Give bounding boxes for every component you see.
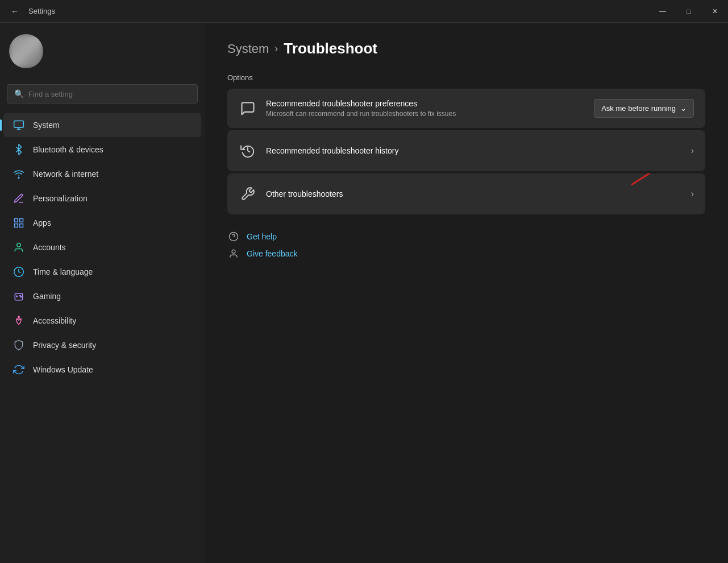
get-help-item[interactable]: Get help (227, 230, 705, 243)
give-feedback-icon (227, 247, 240, 260)
sidebar-item-label-apps: Apps (33, 218, 51, 227)
sidebar-item-label-gaming: Gaming (33, 292, 61, 301)
titlebar: ← Settings — □ ✕ (0, 0, 728, 23)
cards-area: Recommended troubleshooter preferences M… (227, 89, 705, 214)
svg-rect-4 (15, 219, 18, 222)
svg-rect-7 (15, 224, 18, 227)
options-label: Options (227, 73, 705, 82)
search-container: 🔍 (0, 80, 205, 113)
svg-rect-5 (20, 219, 23, 222)
other-icon (239, 185, 257, 203)
network-icon (13, 168, 25, 180)
other-chevron-icon: › (691, 189, 694, 199)
help-section: Get help Give feedback (227, 230, 705, 260)
update-icon (13, 363, 25, 376)
sidebar-item-apps[interactable]: Apps (3, 211, 201, 235)
get-help-icon (227, 230, 240, 243)
search-input[interactable] (28, 90, 190, 98)
svg-point-14 (18, 316, 20, 318)
avatar (9, 34, 43, 68)
gaming-icon (13, 290, 25, 303)
sidebar-item-label-accounts: Accounts (33, 243, 66, 252)
accessibility-icon (13, 314, 25, 327)
main-content: System › Troubleshoot Options Recommend (205, 23, 728, 563)
svg-point-13 (20, 296, 22, 297)
breadcrumb: System › Troubleshoot (227, 40, 705, 57)
sidebar-item-label-time: Time & language (33, 267, 93, 276)
sidebar-item-label-privacy: Privacy & security (33, 341, 96, 350)
breadcrumb-parent: System (227, 42, 269, 56)
time-icon (13, 266, 25, 278)
other-card[interactable]: Other troubleshooters › (227, 173, 705, 214)
personalization-icon (13, 192, 25, 205)
system-icon (13, 119, 25, 131)
history-label: Recommended troubleshooter history (266, 146, 682, 155)
history-icon (239, 142, 257, 160)
sidebar-item-gaming[interactable]: Gaming (3, 284, 201, 308)
give-feedback-link[interactable]: Give feedback (247, 249, 298, 258)
sidebar-item-label-network: Network & internet (33, 169, 98, 179)
sidebar-item-privacy[interactable]: Privacy & security (3, 333, 201, 357)
nav-list: SystemBluetooth & devicesNetwork & inter… (0, 113, 205, 382)
pref-card-inner: Recommended troubleshooter preferences M… (227, 89, 705, 128)
maximize-button[interactable]: □ (676, 0, 702, 23)
sidebar-item-label-system: System (33, 121, 60, 130)
sidebar-item-accessibility[interactable]: Accessibility (3, 309, 201, 333)
pref-subtitle: Microsoft can recommend and run troubles… (266, 110, 585, 118)
sidebar-item-update[interactable]: Windows Update (3, 358, 201, 382)
svg-rect-6 (20, 224, 23, 227)
accounts-icon (13, 241, 25, 254)
svg-rect-0 (14, 121, 24, 128)
search-box[interactable]: 🔍 (7, 84, 198, 104)
pref-icon (239, 100, 257, 118)
pref-text: Recommended troubleshooter preferences M… (266, 99, 585, 118)
dropdown-label: Ask me before running (601, 104, 676, 113)
minimize-button[interactable]: — (650, 0, 676, 23)
sidebar-item-label-personalization: Personalization (33, 194, 88, 203)
dropdown-chevron-icon: ⌄ (680, 104, 687, 113)
other-row[interactable]: Other troubleshooters › (227, 173, 705, 214)
svg-point-3 (18, 177, 19, 179)
app-title: Settings (28, 7, 55, 15)
breadcrumb-current: Troubleshoot (284, 40, 377, 57)
breadcrumb-separator: › (274, 43, 278, 55)
sidebar-item-label-accessibility: Accessibility (33, 316, 76, 325)
pref-dropdown[interactable]: Ask me before running ⌄ (594, 99, 694, 118)
get-help-link[interactable]: Get help (247, 232, 277, 241)
history-chevron-icon: › (691, 146, 694, 156)
pref-card: Recommended troubleshooter preferences M… (227, 89, 705, 128)
history-row[interactable]: Recommended troubleshooter history › (227, 130, 705, 171)
svg-point-8 (17, 243, 21, 247)
give-feedback-item[interactable]: Give feedback (227, 247, 705, 260)
history-card[interactable]: Recommended troubleshooter history › (227, 130, 705, 171)
sidebar: 🔍 SystemBluetooth & devicesNetwork & int… (0, 23, 205, 563)
sidebar-item-label-bluetooth: Bluetooth & devices (33, 145, 103, 154)
other-label: Other troubleshooters (266, 189, 682, 198)
pref-title: Recommended troubleshooter preferences (266, 99, 585, 108)
back-button[interactable]: ← (7, 3, 23, 19)
sidebar-item-network[interactable]: Network & internet (3, 162, 201, 186)
user-profile (0, 23, 205, 80)
privacy-icon (13, 339, 25, 351)
sidebar-item-system[interactable]: System (3, 113, 201, 137)
sidebar-item-bluetooth[interactable]: Bluetooth & devices (3, 138, 201, 162)
apps-icon (13, 217, 25, 229)
bluetooth-icon (13, 143, 25, 156)
sidebar-item-time[interactable]: Time & language (3, 260, 201, 284)
window-controls: — □ ✕ (650, 0, 728, 23)
sidebar-item-accounts[interactable]: Accounts (3, 235, 201, 259)
sidebar-item-label-update: Windows Update (33, 365, 93, 374)
svg-point-19 (230, 233, 238, 241)
app-container: 🔍 SystemBluetooth & devicesNetwork & int… (0, 23, 728, 563)
close-button[interactable]: ✕ (702, 0, 728, 23)
search-icon: 🔍 (14, 89, 24, 98)
sidebar-item-personalization[interactable]: Personalization (3, 187, 201, 210)
svg-point-21 (232, 250, 235, 253)
